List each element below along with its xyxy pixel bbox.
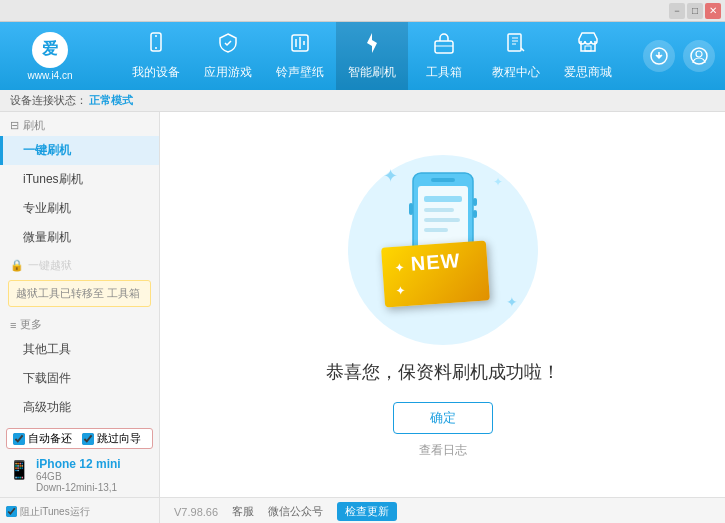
nav-toolbox[interactable]: 工具箱 [408, 22, 480, 90]
sparkle-1: ✦ [383, 165, 398, 187]
svg-rect-22 [409, 203, 413, 215]
phone-graphic: ✦ NEW ✦ [398, 168, 488, 332]
success-illustration: ✦ ✦ ✦ [343, 150, 543, 350]
footer-row: 阻止iTunes运行 V7.98.66 客服 微信公众号 检查更新 [0, 497, 725, 523]
version-text: V7.98.66 [174, 506, 218, 518]
nav-bar: 我的设备 应用游戏 铃声壁纸 [100, 22, 643, 90]
content-area: ✦ ✦ ✦ [160, 112, 725, 497]
footer-main: V7.98.66 客服 微信公众号 检查更新 [160, 498, 725, 523]
footer-service-link[interactable]: 客服 [232, 504, 254, 519]
itunes-status: 阻止iTunes运行 [6, 505, 90, 519]
nav-smart-flash-label: 智能刷机 [348, 64, 396, 81]
download-button[interactable] [643, 40, 675, 72]
sidebar-item-other-tools[interactable]: 其他工具 [0, 335, 159, 364]
skip-wizard-checkbox[interactable]: 跳过向导 [82, 431, 141, 446]
device-info-area: 📱 iPhone 12 mini 64GB Down-12mini-13,1 [0, 453, 159, 497]
tutorial-icon [504, 31, 528, 61]
nav-mall[interactable]: 爱思商城 [552, 22, 624, 90]
view-log-link[interactable]: 查看日志 [419, 442, 467, 459]
title-bar: － □ ✕ [0, 0, 725, 22]
nav-tutorial-label: 教程中心 [492, 64, 540, 81]
logo-area[interactable]: 爱 www.i4.cn [0, 22, 100, 90]
sidebar-item-advanced[interactable]: 高级功能 [0, 393, 159, 422]
svg-rect-20 [424, 218, 460, 222]
device-icon: 📱 [8, 459, 30, 481]
header: 爱 www.i4.cn 我的设备 应用游戏 [0, 22, 725, 90]
flash-section-label: 刷机 [23, 118, 45, 133]
svg-rect-7 [435, 41, 453, 53]
sidebar: ⊟ 刷机 一键刷机 iTunes刷机 专业刷机 微量刷机 🔒 一键越狱 越狱工具… [0, 112, 160, 497]
svg-rect-16 [431, 178, 455, 182]
sidebar-section-more: ≡ 更多 [0, 311, 159, 335]
my-device-icon [144, 31, 168, 61]
nav-my-device-label: 我的设备 [132, 64, 180, 81]
checkbox-group: 自动备还 跳过向导 [6, 428, 153, 449]
flash-section-icon: ⊟ [10, 119, 19, 132]
confirm-button[interactable]: 确定 [393, 402, 493, 434]
svg-rect-23 [473, 198, 477, 206]
nav-apps-games[interactable]: 应用游戏 [192, 22, 264, 90]
status-bar: 设备连接状态： 正常模式 [0, 90, 725, 112]
nav-tutorial[interactable]: 教程中心 [480, 22, 552, 90]
maximize-button[interactable]: □ [687, 3, 703, 19]
new-badge: ✦ NEW ✦ [381, 240, 490, 307]
sidebar-item-download-firmware[interactable]: 下载固件 [0, 364, 159, 393]
sparkle-3: ✦ [506, 294, 518, 310]
status-value: 正常模式 [89, 93, 133, 108]
main-layout: ⊟ 刷机 一键刷机 iTunes刷机 专业刷机 微量刷机 🔒 一键越狱 越狱工具… [0, 112, 725, 497]
nav-smart-flash[interactable]: 智能刷机 [336, 22, 408, 90]
more-icon: ≡ [10, 319, 16, 331]
device-storage: 64GB [36, 471, 121, 482]
minimize-button[interactable]: － [669, 3, 685, 19]
footer-sidebar: 阻止iTunes运行 [0, 498, 160, 523]
nav-ringtone[interactable]: 铃声壁纸 [264, 22, 336, 90]
logo-icon: 爱 [32, 32, 68, 68]
apps-icon [216, 31, 240, 61]
sparkle-2: ✦ [493, 175, 503, 189]
sidebar-item-one-key-flash[interactable]: 一键刷机 [0, 136, 159, 165]
footer-wechat-link[interactable]: 微信公众号 [268, 504, 323, 519]
toolbox-icon [432, 31, 456, 61]
svg-point-13 [696, 51, 702, 57]
jailbreak-section-label: 一键越狱 [28, 258, 72, 273]
jailbreak-warning: 越狱工具已转移至 工具箱 [8, 280, 151, 307]
lock-icon: 🔒 [10, 259, 24, 272]
svg-rect-18 [424, 196, 462, 202]
itunes-checkbox[interactable] [6, 506, 17, 517]
sidebar-item-itunes-flash[interactable]: iTunes刷机 [0, 165, 159, 194]
sidebar-section-flash: ⊟ 刷机 [0, 112, 159, 136]
smart-flash-icon [360, 31, 384, 61]
nav-mall-label: 爱思商城 [564, 64, 612, 81]
status-label: 设备连接状态： [10, 93, 87, 108]
itunes-label: 阻止iTunes运行 [20, 505, 90, 519]
svg-rect-9 [508, 34, 521, 51]
footer-update-btn[interactable]: 检查更新 [337, 502, 397, 521]
close-button[interactable]: ✕ [705, 3, 721, 19]
sidebar-checkbox-area: 自动备还 跳过向导 [0, 422, 159, 453]
nav-my-device[interactable]: 我的设备 [120, 22, 192, 90]
svg-rect-24 [473, 210, 477, 218]
sidebar-item-recovery-flash[interactable]: 微量刷机 [0, 223, 159, 252]
logo-url: www.i4.cn [27, 70, 72, 81]
device-name: iPhone 12 mini [36, 457, 121, 471]
nav-ringtone-label: 铃声壁纸 [276, 64, 324, 81]
svg-rect-21 [424, 228, 448, 232]
auto-backup-checkbox[interactable]: 自动备还 [13, 431, 72, 446]
ringtone-icon [288, 31, 312, 61]
sidebar-section-jailbreak: 🔒 一键越狱 [0, 252, 159, 276]
nav-apps-label: 应用游戏 [204, 64, 252, 81]
header-right-actions [643, 40, 715, 72]
sidebar-item-pro-flash[interactable]: 专业刷机 [0, 194, 159, 223]
skip-wizard-input[interactable] [82, 433, 94, 445]
svg-rect-19 [424, 208, 454, 212]
device-details: iPhone 12 mini 64GB Down-12mini-13,1 [36, 457, 121, 493]
user-button[interactable] [683, 40, 715, 72]
svg-point-2 [155, 47, 157, 49]
mall-icon [576, 31, 600, 61]
auto-backup-input[interactable] [13, 433, 25, 445]
success-message: 恭喜您，保资料刷机成功啦！ [326, 360, 560, 384]
device-firmware: Down-12mini-13,1 [36, 482, 121, 493]
more-section-label: 更多 [20, 317, 42, 332]
nav-toolbox-label: 工具箱 [426, 64, 462, 81]
